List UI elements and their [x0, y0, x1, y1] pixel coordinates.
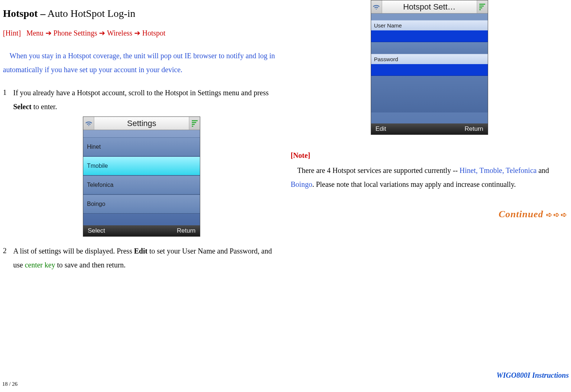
step-num: 1: [3, 86, 13, 114]
step1-pre: If you already have a Hotspot account, s…: [13, 89, 269, 97]
step2-bold: Edit: [134, 247, 147, 255]
note-post: . Please note that local variations may …: [312, 180, 516, 188]
title-rest: Auto HotSpot Log-in: [45, 8, 135, 19]
wifi-icon: [83, 117, 94, 130]
phone-topbar: Hotspot Sett…: [371, 0, 488, 14]
note-label: [Note]: [291, 149, 568, 162]
step1-bold: Select: [13, 103, 32, 111]
hint-path-2: Wireless: [107, 29, 132, 37]
username-label: User Name: [371, 20, 488, 30]
phone-title: Hotspot Sett…: [382, 0, 477, 13]
phone-title: Settings: [94, 117, 189, 130]
list-item-boingo[interactable]: Boingo: [83, 195, 200, 214]
arrow-icon: ➔: [134, 29, 140, 37]
hint-path-3: Hotspot: [142, 29, 165, 37]
phone-softkeys: Edit Return: [371, 123, 488, 134]
step1-post: to enter.: [32, 103, 57, 111]
continued-text: Continued: [499, 209, 546, 219]
continued-indicator: Continued ➪➪➪: [291, 206, 568, 223]
note-services-1: Hinet, Tmoble, Telefonica: [460, 166, 537, 174]
hotspot-form: User Name Password: [371, 14, 488, 123]
note-pre: There are 4 Hotspot services are support…: [297, 166, 460, 174]
step-num: 2: [3, 244, 13, 272]
softkey-return[interactable]: Return: [177, 225, 195, 237]
username-input[interactable]: [371, 30, 488, 42]
phone-list: Hinet Tmobile Telefonica Boingo: [83, 130, 200, 225]
hint-path-0: Menu: [26, 29, 44, 37]
step-2: 2 A list of settings will be displayed. …: [3, 244, 281, 272]
step2-post: to save and then return.: [55, 261, 125, 269]
arrow-icon: ➔: [45, 29, 52, 37]
note-services-2: Boingo: [291, 180, 312, 188]
signal-bars-icon: [477, 0, 488, 13]
signal-bars-icon: [189, 117, 200, 130]
page-title: Hotspot – Auto HotSpot Log-in: [3, 4, 281, 23]
continued-arrows-icon: ➪➪➪: [546, 211, 568, 219]
step2-green: center key: [25, 261, 55, 269]
phone-topbar: Settings: [83, 117, 200, 130]
list-item-tmobile[interactable]: Tmobile: [83, 156, 200, 175]
step2-pre: A list of settings will be displayed. Pr…: [13, 247, 134, 255]
softkey-return[interactable]: Return: [465, 123, 483, 135]
intro-text: When you stay in a Hotspot coverage, the…: [3, 49, 281, 77]
softkey-edit[interactable]: Edit: [376, 123, 386, 135]
arrow-icon: ➔: [99, 29, 105, 37]
phone-hotspot-settings-screenshot: Hotspot Sett… User Name Password Edit Re…: [371, 0, 488, 135]
softkey-select[interactable]: Select: [88, 225, 105, 237]
hint-label: [Hint]: [3, 29, 21, 37]
title-bold: Hotspot –: [3, 8, 45, 19]
note-body: There are 4 Hotspot services are support…: [291, 163, 568, 191]
footer-product: WIGO800I Instructions: [497, 369, 569, 382]
password-label: Password: [371, 54, 488, 64]
phone-settings-screenshot: Settings Hinet Tmobile Telefonica Boingo…: [83, 117, 200, 237]
hint-path-1: Phone Settings: [54, 29, 97, 37]
hint-line: [Hint] Menu ➔ Phone Settings ➔ Wireless …: [3, 26, 281, 40]
footer-page: 18 / 26: [2, 379, 18, 389]
note-and: and: [537, 166, 549, 174]
phone-softkeys: Select Return: [83, 225, 200, 236]
list-item-hinet[interactable]: Hinet: [83, 137, 200, 156]
wifi-icon: [371, 0, 382, 13]
password-input[interactable]: [371, 64, 488, 76]
step-1: 1 If you already have a Hotspot account,…: [3, 86, 281, 114]
list-item-telefonica[interactable]: Telefonica: [83, 175, 200, 195]
